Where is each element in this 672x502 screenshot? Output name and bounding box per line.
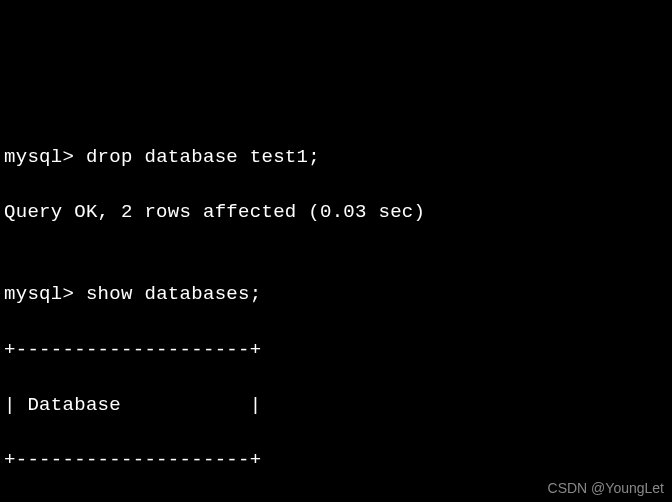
table-header: | Database | bbox=[4, 392, 668, 420]
watermark: CSDN @YoungLet bbox=[548, 478, 664, 498]
mysql-prompt: mysql> bbox=[4, 146, 74, 168]
terminal-output: mysql> drop database test1; Query OK, 2 … bbox=[4, 116, 668, 502]
command-line-1[interactable]: mysql> drop database test1; bbox=[4, 144, 668, 172]
table-border-top: +--------------------+ bbox=[4, 337, 668, 365]
query-result-1: Query OK, 2 rows affected (0.03 sec) bbox=[4, 199, 668, 227]
table-border-mid: +--------------------+ bbox=[4, 447, 668, 475]
mysql-prompt: mysql> bbox=[4, 283, 74, 305]
sql-command: show databases; bbox=[86, 283, 262, 305]
command-line-2[interactable]: mysql> show databases; bbox=[4, 281, 668, 309]
sql-command: drop database test1; bbox=[86, 146, 320, 168]
